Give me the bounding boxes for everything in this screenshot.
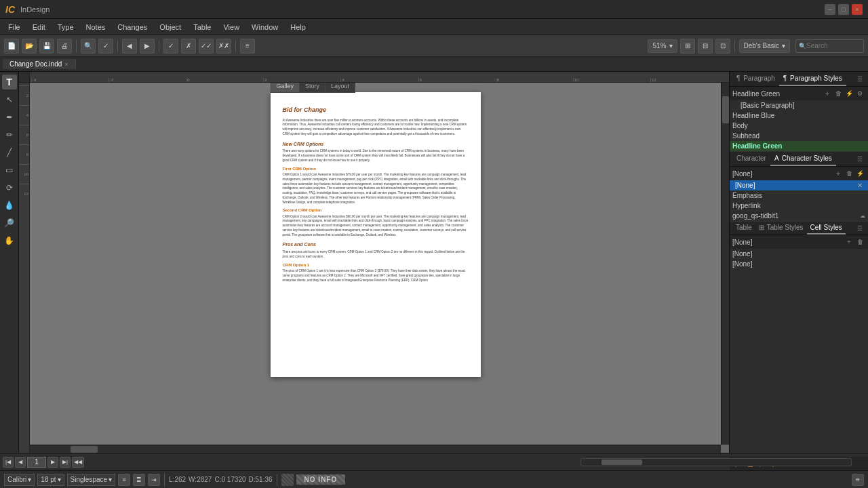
style-item-headline-blue[interactable]: Headline Blue [730, 110, 868, 121]
char-style-label: Emphasis [732, 192, 762, 199]
char-panel-options[interactable]: ☰ [854, 154, 865, 165]
next-page-btn[interactable]: ▶ [47, 457, 58, 468]
unordered-list-btn[interactable]: ≡ [118, 474, 130, 486]
app-title: InDesign [20, 5, 50, 14]
style-item-body[interactable]: Body [730, 121, 868, 131]
canvas-h-scroll[interactable] [580, 458, 852, 466]
tool-open[interactable]: 📂 [22, 39, 37, 54]
close-selection-btn[interactable]: ✕ [857, 182, 863, 189]
delete-char-style-btn[interactable]: 🗑 [844, 168, 854, 179]
tool-prev[interactable]: ◀ [122, 39, 137, 54]
tool-print[interactable]: 🖨 [57, 39, 72, 54]
tab-close-icon[interactable]: × [64, 61, 68, 68]
first-page-btn[interactable]: |◀ [3, 457, 14, 468]
tool-reject-all[interactable]: ✗✗ [216, 39, 231, 54]
view-mode-btn3[interactable]: ⊡ [715, 39, 730, 54]
canvas-content[interactable]: Galley Story Layout Bid for Change At Aw… [30, 83, 721, 445]
char-style-options-btn[interactable]: ⚡ [854, 168, 865, 179]
tool-accept-all[interactable]: ✓✓ [199, 39, 214, 54]
prev-page-btn[interactable]: ◀ [15, 457, 26, 468]
paragraph-icon: ¶ [736, 75, 740, 82]
zoom-dropdown[interactable]: 51% ▾ [648, 39, 677, 53]
tool-transform[interactable]: ⟳ [2, 180, 17, 195]
tab-paragraph[interactable]: ¶ Paragraph [732, 72, 779, 86]
tool-pencil[interactable]: ✏ [2, 127, 17, 142]
view-mode-btn[interactable]: ⊞ [680, 39, 695, 54]
tool-notes[interactable]: ≡ [240, 39, 255, 54]
new-style-btn[interactable]: + [822, 88, 833, 99]
tool-next[interactable]: ▶ [140, 39, 155, 54]
delete-style-btn[interactable]: 🗑 [833, 88, 844, 99]
tool-frame[interactable]: ▭ [2, 163, 17, 178]
menu-changes[interactable]: Changes [112, 22, 153, 33]
char-style-item-none-selected[interactable]: [None] ✕ [730, 180, 868, 190]
last-page-btn[interactable]: ▶| [60, 457, 71, 468]
tab-character[interactable]: Character [732, 152, 770, 166]
menu-table[interactable]: Table [188, 22, 216, 33]
style-options-btn[interactable]: ⚡ [844, 88, 854, 99]
tool-line[interactable]: ╱ [2, 145, 17, 160]
horizontal-scrollbar[interactable] [30, 445, 721, 453]
tool-eyedropper[interactable]: 💧 [2, 198, 17, 213]
search-input[interactable] [806, 42, 861, 49]
style-item-basic[interactable]: [Basic Paragraph] [730, 100, 868, 110]
char-style-item-goog[interactable]: goog_qs-tidbit1 ☁ [730, 211, 868, 221]
cell-style-item-none2[interactable]: [None] [730, 259, 868, 269]
vertical-scrollbar[interactable] [721, 83, 729, 445]
menu-notes[interactable]: Notes [81, 22, 111, 33]
view-mode-btn2[interactable]: ⊟ [698, 39, 713, 54]
tab-cell-styles[interactable]: Cell Styles [807, 222, 846, 235]
tool-pen[interactable]: ✒ [2, 110, 17, 125]
character-styles-icon: A [774, 155, 778, 162]
tab-table[interactable]: Table [732, 222, 755, 235]
tool-save[interactable]: 💾 [39, 39, 54, 54]
tool-type[interactable]: T [2, 75, 17, 89]
tab-table-styles[interactable]: ⊞ Table Styles [755, 222, 807, 235]
tool-spell[interactable]: ✓ [98, 39, 113, 54]
spacing-dropdown[interactable]: Singlespace ▾ [67, 474, 115, 486]
style-item-subhead[interactable]: Subhead [730, 131, 868, 141]
maximize-btn[interactable]: □ [838, 4, 849, 15]
new-char-style-btn[interactable]: + [833, 168, 844, 179]
close-btn[interactable]: × [852, 4, 863, 15]
tab-paragraph-styles[interactable]: ¶ Paragraph Styles [779, 72, 846, 86]
info-panel-btn[interactable]: ≡ [852, 474, 864, 486]
font-dropdown[interactable]: Calibri ▾ [4, 474, 35, 486]
minimize-btn[interactable]: − [825, 4, 835, 15]
page-number-input[interactable] [27, 457, 46, 468]
cell-style-item-none1[interactable]: [None] [730, 249, 868, 259]
menu-file[interactable]: File [3, 22, 26, 33]
tool-search[interactable]: 🔍 [81, 39, 96, 54]
style-settings-btn[interactable]: ⚙ [854, 88, 865, 99]
table-panel-options[interactable]: ☰ [854, 223, 865, 234]
panel-options-icon[interactable]: ☰ [854, 74, 865, 85]
tab-story[interactable]: Story [300, 83, 326, 92]
delete-cell-style-btn[interactable]: 🗑 [854, 237, 865, 247]
prev-spread-btn[interactable]: ◀◀ [72, 457, 84, 468]
tool-direct-select[interactable]: ↖ [2, 92, 17, 107]
font-size-dropdown[interactable]: 18 pt ▾ [37, 474, 64, 486]
tab-layout[interactable]: Layout [326, 83, 355, 92]
char-style-item-hyperlink[interactable]: Hyperlink [730, 201, 868, 211]
workspace-dropdown[interactable]: Deb's Basic ▾ [739, 39, 791, 53]
menu-type[interactable]: Type [52, 22, 79, 33]
char-style-item-emphasis[interactable]: Emphasis [730, 190, 868, 201]
tool-hand[interactable]: ✋ [2, 233, 17, 248]
indent-btn[interactable]: ⇥ [148, 474, 160, 486]
menu-help[interactable]: Help [285, 22, 311, 33]
tool-accept[interactable]: ✓ [163, 39, 178, 54]
menu-object[interactable]: Object [154, 22, 186, 33]
ordered-list-btn[interactable]: ≣ [133, 474, 145, 486]
tool-new[interactable]: 📄 [4, 39, 19, 54]
menu-view[interactable]: View [218, 22, 245, 33]
tool-reject[interactable]: ✗ [181, 39, 196, 54]
new-cell-style-btn[interactable]: + [844, 237, 854, 247]
menu-window[interactable]: Window [246, 22, 283, 33]
tab-character-styles[interactable]: A Character Styles [770, 152, 836, 166]
ruler-corner [19, 72, 30, 83]
tool-zoom-tool[interactable]: 🔎 [2, 216, 17, 230]
tab-galley[interactable]: Galley [271, 83, 300, 92]
style-item-headline-green-active[interactable]: Headline Green [730, 141, 868, 151]
doc-tab-active[interactable]: Change Doc.indd × [3, 59, 76, 69]
menu-edit[interactable]: Edit [27, 22, 51, 33]
